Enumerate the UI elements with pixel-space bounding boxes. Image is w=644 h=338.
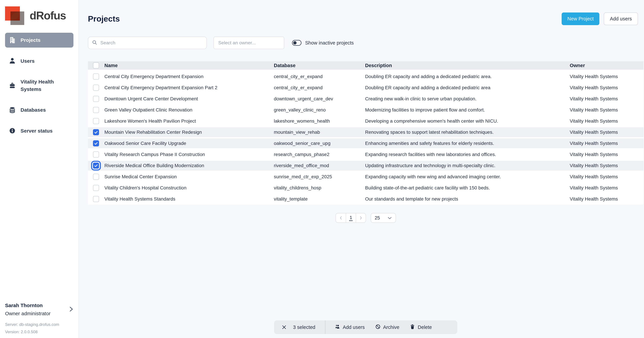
divider (325, 320, 325, 334)
project-database: vitality_template (274, 196, 365, 202)
table-body: Central City Emergency Department Expans… (88, 71, 644, 205)
drofus-logo: dRofus (5, 6, 74, 25)
current-page-button[interactable]: 1 (346, 213, 356, 223)
database-icon (9, 106, 16, 113)
row-checkbox[interactable] (93, 129, 99, 135)
project-name: Vitality Health Systems Standards (104, 196, 274, 202)
row-checkbox[interactable] (93, 196, 99, 202)
sidebar-nav: Projects Users Vitality Health Systems (5, 33, 74, 138)
table-row[interactable]: Vitality Children's Hospital Constructio… (88, 182, 644, 194)
project-database: vitality_childrens_hosp (274, 185, 365, 191)
drofus-logo-mark (5, 6, 25, 25)
project-name: Central City Emergency Department Expans… (104, 74, 274, 79)
table-row[interactable]: Central City Emergency Department Expans… (88, 71, 644, 82)
table-row[interactable]: Lakeshore Women's Health Pavilion Projec… (88, 115, 644, 127)
page-title: Projects (88, 14, 120, 24)
row-checkbox[interactable] (93, 107, 99, 113)
sidebar-item-server-status[interactable]: Server status (5, 123, 74, 138)
select-all-checkbox[interactable] (93, 62, 99, 69)
project-database: riverside_med_office_mod (274, 163, 365, 168)
table-row[interactable]: Downtown Urgent Care Center Development … (88, 93, 644, 104)
delete-button[interactable]: Delete (410, 324, 432, 330)
sidebar-item-databases[interactable]: Databases (5, 103, 74, 117)
new-project-button[interactable]: New Project (562, 13, 599, 25)
row-checkbox[interactable] (93, 74, 99, 80)
sidebar-item-users[interactable]: Users (5, 54, 74, 69)
sidebar-item-organization[interactable]: Vitality Health Systems (5, 74, 74, 96)
table-row[interactable]: Central City Emergency Department Expans… (88, 82, 644, 93)
project-description: Doubling ER capacity and adding a dedica… (365, 85, 570, 90)
sidebar: dRofus Projects Users (0, 0, 79, 338)
owner-select-input[interactable] (218, 40, 280, 46)
project-owner: Vitality Health Systems (570, 185, 644, 191)
version-info: Version: 2.0.0.508 (5, 329, 74, 334)
project-database: lakeshore_womens_health (274, 118, 365, 124)
project-database: research_campus_phase2 (274, 152, 365, 157)
page-size-value: 25 (375, 215, 380, 221)
table-row[interactable]: Riverside Medical Office Building Modern… (88, 160, 644, 171)
row-checkbox[interactable] (93, 140, 99, 146)
project-owner: Vitality Health Systems (570, 118, 644, 124)
project-description: Building state-of-the-art pediatric care… (365, 185, 570, 191)
table-row[interactable]: Sunrise Medical Center Expansion sunrise… (88, 171, 644, 182)
project-name: Downtown Urgent Care Center Development (104, 96, 274, 102)
info-icon (9, 127, 16, 134)
chevron-right-icon (69, 306, 74, 313)
table-row[interactable]: Oakwood Senior Care Facility Upgrade oak… (88, 138, 644, 149)
project-owner: Vitality Health Systems (570, 129, 644, 135)
search-input[interactable] (100, 40, 203, 46)
building-icon (9, 37, 16, 44)
chevron-down-icon (388, 215, 392, 221)
row-checkbox[interactable] (93, 85, 99, 91)
close-icon[interactable] (282, 325, 287, 330)
archive-icon (375, 324, 380, 330)
page-size-select[interactable]: 25 (371, 213, 396, 223)
project-description: Doubling ER capacity and adding a dedica… (365, 74, 570, 79)
bulk-add-users-button[interactable]: Add users (335, 324, 365, 330)
next-page-button[interactable] (356, 213, 366, 223)
show-inactive-toggle-group[interactable]: Show inactive projects (292, 40, 354, 46)
delete-icon (410, 324, 415, 330)
user-menu[interactable]: Sarah Thornton Owner administrator (5, 303, 74, 316)
delete-label: Delete (418, 324, 432, 330)
row-checkbox[interactable] (93, 96, 99, 102)
project-owner: Vitality Health Systems (570, 196, 644, 202)
sidebar-item-projects[interactable]: Projects (5, 33, 74, 48)
brand-name: dRofus (30, 9, 66, 22)
table-row[interactable]: Vitality Health Systems Standards vitali… (88, 194, 644, 205)
row-checkbox[interactable] (93, 151, 99, 157)
projects-table: Name Database Description Owner Central … (88, 61, 644, 205)
sidebar-item-label: Projects (20, 37, 40, 44)
row-checkbox[interactable] (93, 162, 99, 169)
row-checkbox[interactable] (93, 118, 99, 124)
add-users-button[interactable]: Add users (604, 13, 638, 25)
table-row[interactable]: Vitality Research Campus Phase II Constr… (88, 149, 644, 160)
server-info: Server: db-staging.drofus.com (5, 322, 74, 327)
row-checkbox[interactable] (93, 174, 99, 180)
selection-action-bar: 3 selected Add users Archive Delete (274, 320, 457, 334)
project-description: Our standards and template for new proje… (365, 196, 570, 202)
pager: 1 (336, 213, 366, 223)
project-name: Vitality Research Campus Phase II Constr… (104, 152, 274, 157)
project-description: Enhancing amenities and safety features … (365, 141, 570, 146)
row-checkbox[interactable] (93, 185, 99, 191)
main-content: Projects New Project Add users Show inac… (79, 0, 644, 338)
project-owner: Vitality Health Systems (570, 163, 644, 168)
user-role: Owner administrator (5, 311, 69, 316)
project-description: Renovating spaces to support latest reha… (365, 129, 570, 135)
column-header-name: Name (104, 63, 274, 68)
project-database: downtown_urgent_care_dev (274, 96, 365, 102)
archive-button[interactable]: Archive (375, 324, 400, 330)
sidebar-item-label: Vitality Health Systems (20, 78, 70, 93)
toggle-off-icon[interactable] (292, 40, 302, 46)
project-description: Modernizing facilities to improve patien… (365, 107, 570, 113)
project-database: green_valley_clinic_reno (274, 107, 365, 113)
project-description: Expanding research facilities with new l… (365, 152, 570, 157)
previous-page-button[interactable] (336, 213, 346, 223)
project-owner: Vitality Health Systems (570, 107, 644, 113)
project-description: Updating infrastructure and technology i… (365, 163, 570, 168)
table-row[interactable]: Green Valley Outpatient Clinic Renovatio… (88, 104, 644, 115)
table-row[interactable]: Mountain View Rehabilitation Center Rede… (88, 127, 644, 138)
search-box (88, 37, 207, 49)
user-icon (9, 57, 16, 64)
